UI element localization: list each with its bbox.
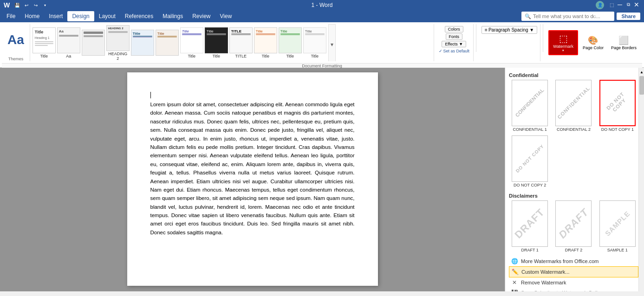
page-color-button[interactable]: 🎨 Page Color bbox=[580, 34, 606, 51]
minimize-button[interactable]: ─ bbox=[616, 1, 624, 8]
theme-item-6[interactable]: Title bbox=[155, 29, 179, 57]
wm-preview-sample-1: SAMPLE bbox=[599, 200, 636, 247]
theme-preview-6: Title bbox=[156, 30, 179, 56]
mini-line-12b bbox=[305, 34, 325, 35]
search-icon: 🔍 bbox=[525, 13, 531, 19]
text-cursor bbox=[150, 92, 151, 98]
document-page[interactable]: Lorem ipsum dolor sit amet, consectetuer… bbox=[127, 72, 378, 286]
theme-item-1[interactable]: Title Heading 1 Title bbox=[32, 26, 56, 59]
watermark-label: Watermark bbox=[553, 44, 573, 49]
watermark-grid-confidential-2: DO NOT COPY DO NOT COPY 2 bbox=[509, 135, 638, 187]
panel-scrollbar[interactable]: ▲ bbox=[638, 68, 644, 291]
theme-item-5[interactable]: Title bbox=[130, 29, 155, 57]
theme-label-4: HEADING 2 bbox=[107, 51, 129, 61]
mini-title-1: Title bbox=[35, 30, 53, 34]
theme-item-7[interactable]: Title Title bbox=[180, 26, 204, 59]
app-title: 1 - Word bbox=[312, 2, 333, 8]
ribbon-options[interactable]: ⬚ bbox=[608, 1, 615, 8]
panel-menu-remove-watermark[interactable]: ✕ Remove Watermark bbox=[509, 277, 638, 288]
wm-label-confidential-2: CONFIDENTIAL 2 bbox=[557, 127, 591, 132]
paragraph-spacing-group: ≡ Paragraph Spacing ▼ bbox=[479, 24, 540, 61]
quick-save[interactable]: 💾 bbox=[13, 1, 21, 9]
quick-redo[interactable]: ↪ bbox=[32, 1, 39, 9]
theme-label-8: Title bbox=[212, 54, 220, 58]
mini-preview-1: Title Heading 1 bbox=[33, 28, 55, 48]
fonts-button[interactable]: Fonts bbox=[446, 33, 463, 40]
ribbon: Aa Themes Title Heading 1 bbox=[0, 22, 644, 68]
wm-sample-1[interactable]: SAMPLE SAMPLE 1 bbox=[597, 200, 638, 252]
wm-draft-2[interactable]: DRAFT DRAFT 2 bbox=[553, 200, 594, 252]
theme-preview-1: Title Heading 1 bbox=[33, 27, 56, 53]
document-body[interactable]: Lorem ipsum dolor sit amet, consectetuer… bbox=[150, 100, 355, 237]
theme-scroll-arrow[interactable]: ▾ bbox=[328, 24, 336, 61]
wm-draft-1[interactable]: DRAFT DRAFT 1 bbox=[509, 200, 551, 252]
menu-item-design[interactable]: Design bbox=[67, 11, 94, 21]
theme-item-3[interactable] bbox=[81, 29, 105, 57]
wm-confidential-1[interactable]: CONFIDENTIAL CONFIDENTIAL 1 bbox=[509, 80, 551, 132]
scrollbar-thumb[interactable] bbox=[639, 76, 644, 95]
wm-do-not-copy-1[interactable]: DO NOTCOPY DO NOT COPY 1 bbox=[597, 80, 638, 132]
menu-item-mailings[interactable]: Mailings bbox=[158, 11, 188, 21]
mini-preview-11: Title bbox=[279, 28, 301, 37]
theme-item-10[interactable]: Title Title bbox=[254, 26, 278, 59]
menu-item-view[interactable]: View bbox=[215, 11, 237, 21]
wm-text-sample-1: SAMPLE bbox=[603, 209, 631, 238]
theme-item-8[interactable]: Title Title bbox=[204, 26, 228, 59]
wm-confidential-2[interactable]: CONFIDENTIAL CONFIDENTIAL 2 bbox=[553, 80, 594, 132]
mini-line-1a bbox=[35, 41, 53, 42]
paragraph-spacing-button[interactable]: ≡ Paragraph Spacing ▼ bbox=[481, 26, 537, 34]
paragraph-spacing-label: Paragraph Spacing ▼ bbox=[488, 27, 534, 32]
save-watermark-label: Save Selection to Watermark Gallery... bbox=[521, 290, 608, 291]
menu-item-review[interactable]: Review bbox=[188, 11, 215, 21]
quick-customize[interactable]: ▾ bbox=[41, 1, 49, 9]
theme-label-1: Title bbox=[40, 54, 48, 58]
menu-item-home[interactable]: Home bbox=[20, 11, 44, 21]
menu-item-insert[interactable]: Insert bbox=[44, 11, 67, 21]
theme-button[interactable]: Aa bbox=[5, 32, 27, 47]
document-area: Lorem ipsum dolor sit amet, consectetuer… bbox=[0, 68, 505, 291]
mini-line-1c bbox=[35, 45, 48, 46]
panel-menu-more-watermarks[interactable]: 🌐 More Watermarks from Office.com bbox=[509, 256, 638, 266]
share-button[interactable]: Share bbox=[617, 13, 640, 20]
theme-label-11: Title bbox=[286, 54, 294, 58]
theme-item-9[interactable]: TITLE TITLE bbox=[229, 26, 253, 59]
title-bar: W 💾 ↩ ↪ ▾ 1 - Word 👤 ⬚ ─ ⧉ ✕ bbox=[0, 0, 644, 10]
menu-item-layout[interactable]: Layout bbox=[94, 11, 120, 21]
window-controls: 👤 ⬚ ─ ⧉ ✕ bbox=[596, 1, 640, 9]
close-button[interactable]: ✕ bbox=[633, 1, 640, 8]
theme-preview-8: Title bbox=[205, 27, 228, 53]
page-design-group: ⬚ Watermark ▾ 🎨 Page Color ⬜ Page Border… bbox=[546, 24, 642, 61]
wm-label-confidential-1: CONFIDENTIAL 1 bbox=[513, 127, 547, 132]
menu-item-file[interactable]: File bbox=[2, 11, 20, 21]
mini-preview-9: TITLE bbox=[230, 28, 252, 37]
watermark-button[interactable]: ⬚ Watermark ▾ bbox=[548, 30, 578, 55]
remove-watermark-icon: ✕ bbox=[511, 279, 518, 286]
wm-do-not-copy-2[interactable]: DO NOT COPY DO NOT COPY 2 bbox=[509, 135, 551, 187]
effects-button[interactable]: Effects ▼ bbox=[442, 41, 466, 47]
user-avatar: 👤 bbox=[596, 1, 604, 9]
theme-item-11[interactable]: Title Title bbox=[278, 26, 302, 59]
set-default-button[interactable]: ✓ Set as Default bbox=[438, 48, 471, 54]
theme-preview-3 bbox=[82, 30, 105, 56]
theme-preview-11: Title bbox=[279, 27, 302, 53]
theme-preview-7: Title bbox=[180, 27, 203, 53]
menu-item-references[interactable]: References bbox=[120, 11, 158, 21]
wm-label-do-not-copy-2: DO NOT COPY 2 bbox=[514, 183, 546, 187]
mini-line-1b bbox=[35, 43, 53, 44]
restore-button[interactable]: ⧉ bbox=[624, 1, 632, 8]
scrollbar-up-arrow[interactable]: ▲ bbox=[639, 68, 644, 76]
page-borders-icon: ⬜ bbox=[618, 35, 629, 45]
section-confidential-title: Confidential bbox=[509, 71, 638, 80]
theme-item-12[interactable]: Title Title bbox=[303, 26, 327, 59]
quick-undo[interactable]: ↩ bbox=[23, 1, 30, 9]
theme-item-2[interactable]: Aa Aa bbox=[57, 26, 81, 59]
theme-label-2: Aa bbox=[66, 54, 71, 58]
page-color-label: Page Color bbox=[583, 45, 604, 50]
wm-label-sample-1: SAMPLE 1 bbox=[607, 248, 628, 252]
colors-button[interactable]: Colors bbox=[445, 26, 463, 32]
more-watermarks-icon: 🌐 bbox=[511, 257, 518, 265]
page-borders-button[interactable]: ⬜ Page Borders bbox=[608, 34, 639, 51]
panel-menu-custom-watermark[interactable]: ✏️ Custom Watermark... bbox=[509, 266, 638, 277]
mini-line-8b bbox=[207, 34, 226, 35]
theme-item-4[interactable]: HEADING 2 HEADING 2 bbox=[106, 24, 130, 61]
